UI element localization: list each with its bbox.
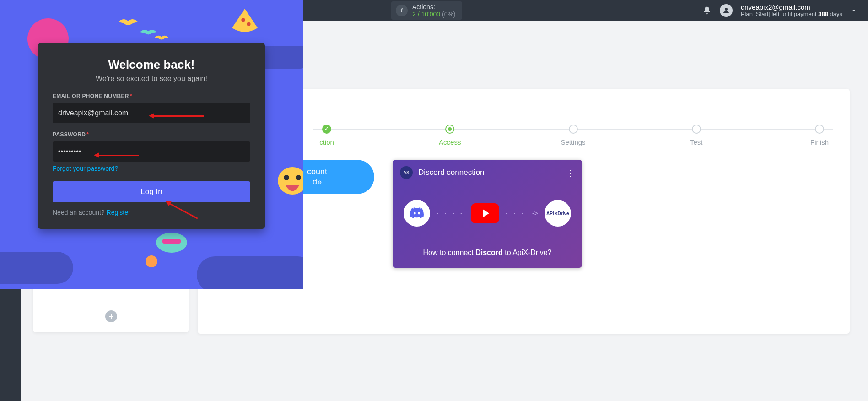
- password-label: PASSWORD*: [53, 131, 250, 138]
- discord-login-card: Welcome back! We're so excited to see yo…: [38, 43, 265, 229]
- pizza-decoration: [229, 5, 261, 38]
- actions-pct: (0%): [442, 11, 456, 18]
- login-heading: Welcome back!: [53, 58, 250, 72]
- video-title: Discord connection: [418, 168, 485, 177]
- annotation-arrow: [98, 155, 139, 156]
- discord-icon: [404, 200, 430, 227]
- actions-used: 2: [412, 11, 416, 18]
- user-block[interactable]: driveapix2@gmail.com Plan |Start| left u…: [741, 3, 842, 18]
- face-decoration: [276, 165, 303, 206]
- character-decoration: [153, 229, 190, 256]
- actions-label: Actions:: [412, 3, 456, 11]
- apix-icon: API✕Drive: [545, 200, 571, 227]
- avatar-icon[interactable]: [720, 4, 733, 17]
- step-dot-done-icon: [322, 125, 331, 134]
- step-access[interactable]: Access: [436, 125, 464, 146]
- actions-total: 10'000: [421, 11, 440, 18]
- bell-icon[interactable]: [702, 6, 712, 15]
- need-account-text: Need an account? Register: [53, 209, 250, 216]
- actions-summary[interactable]: i Actions: 2 / 10'000 (0%): [391, 1, 462, 20]
- svg-point-1: [247, 22, 250, 26]
- video-thumbnail[interactable]: AX Discord connection ⋮ - - - - - - --> …: [393, 160, 582, 268]
- cloud-decoration: [0, 252, 73, 284]
- user-plan: Plan |Start| left until payment 388 days: [741, 11, 842, 18]
- step-test[interactable]: Test: [683, 125, 710, 146]
- video-caption: How to connect Discord to ApiX-Drive?: [393, 249, 582, 257]
- login-subtitle: We're so excited to see you again!: [53, 75, 250, 83]
- chevron-down-icon[interactable]: [851, 7, 857, 14]
- login-button[interactable]: Log In: [53, 181, 250, 202]
- card-title-fragment: ngs): [214, 102, 833, 114]
- user-email: driveapix2@gmail.com: [741, 3, 842, 11]
- annotation-arrow: [153, 115, 204, 117]
- bird-decoration: [118, 16, 138, 27]
- svg-point-4: [296, 175, 301, 180]
- bird-decoration: [140, 27, 156, 37]
- step-finish[interactable]: Finish: [806, 125, 833, 146]
- svg-rect-6: [162, 239, 181, 244]
- step-dot-icon: [569, 125, 578, 134]
- step-connection[interactable]: ction: [313, 125, 340, 146]
- step-settings[interactable]: Settings: [560, 125, 587, 146]
- play-icon[interactable]: [471, 203, 499, 223]
- add-button[interactable]: +: [105, 310, 117, 322]
- kebab-icon[interactable]: ⋮: [566, 168, 575, 178]
- video-channel-avatar: AX: [400, 166, 413, 179]
- email-label: EMAIL OR PHONE NUMBER*: [53, 93, 250, 99]
- video-center-graphic: - - - - - - --> API✕Drive: [393, 200, 582, 227]
- actions-text: Actions: 2 / 10'000 (0%): [412, 3, 456, 18]
- cloud-decoration: [197, 256, 303, 289]
- forgot-password-link[interactable]: Forgot your password?: [53, 165, 118, 172]
- step-dot-icon: [692, 125, 701, 134]
- info-icon: i: [396, 5, 408, 16]
- svg-point-3: [284, 175, 289, 180]
- stepper: ction Access Settings Test Finish: [313, 125, 833, 146]
- bird-decoration: [155, 34, 168, 41]
- step-dot-active-icon: [445, 125, 454, 134]
- discord-login-overlay: Welcome back! We're so excited to see yo…: [0, 0, 303, 289]
- password-input[interactable]: [53, 141, 250, 162]
- svg-point-0: [241, 18, 245, 22]
- step-dot-icon: [815, 125, 824, 134]
- register-link[interactable]: Register: [107, 209, 130, 216]
- dot-decoration: [146, 255, 157, 267]
